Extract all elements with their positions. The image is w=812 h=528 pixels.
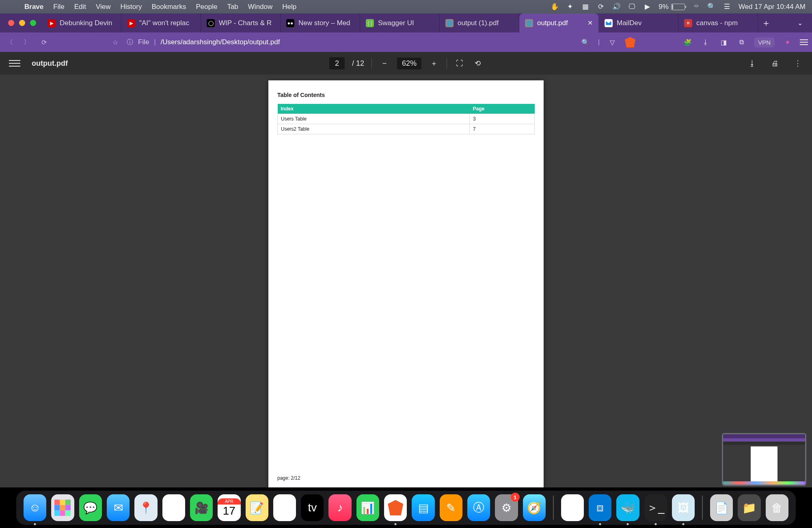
stage-manager-icon[interactable]: ▦ — [581, 3, 590, 11]
rotate-button[interactable]: ⟲ — [472, 58, 483, 69]
menu-window[interactable]: Window — [248, 3, 272, 11]
dock-launchpad[interactable] — [51, 494, 74, 521]
dock-preview[interactable]: 🖼 — [672, 494, 695, 521]
dock-terminal[interactable]: ＞_ — [644, 494, 667, 521]
svg-rect-0 — [54, 500, 60, 505]
now-playing-icon[interactable]: ▶ — [643, 3, 651, 11]
battery-status[interactable]: 9% — [659, 3, 685, 11]
pdf-viewport[interactable]: Table of Contents Index Page Users Table… — [0, 75, 812, 487]
menu-edit[interactable]: Edit — [74, 3, 86, 11]
control-center-icon[interactable]: ☰ — [723, 3, 731, 11]
dock-freeform[interactable]: 〰 — [273, 494, 296, 521]
address-bar[interactable]: ⓘ File | /Users/adarshsingh/Desktop/outp… — [127, 38, 280, 47]
close-tab-button[interactable]: ✕ — [587, 19, 593, 27]
profile-icon[interactable]: ✶ — [782, 37, 793, 47]
dock-calendar[interactable]: APR 17 — [218, 494, 240, 521]
dock-maps[interactable]: 📍 — [134, 494, 157, 521]
sidepanel-icon[interactable]: ◨ — [718, 37, 729, 47]
tab-wip-charts[interactable]: ◯ WIP - Charts & R — [201, 13, 281, 32]
dock-tv[interactable]: tv — [301, 494, 324, 521]
tab-label: output (1).pdf — [458, 19, 499, 27]
close-window-button[interactable] — [8, 20, 14, 26]
zoom-level[interactable]: 62% — [397, 58, 421, 69]
bookmark-button[interactable]: ☆ — [110, 37, 121, 48]
toc-cell-page: 3 — [470, 114, 535, 124]
dock-mail[interactable]: ✉ — [107, 494, 130, 521]
dock-photos[interactable]: ✿ — [162, 494, 185, 521]
tab-canvas-npm[interactable]: n canvas - npm — [678, 13, 758, 32]
apple-logo-icon[interactable] — [6, 3, 15, 11]
minimize-window-button[interactable] — [19, 20, 25, 26]
extensions-icon[interactable]: 🧩 — [682, 37, 693, 47]
site-info-icon[interactable]: ⓘ — [127, 38, 133, 47]
menu-history[interactable]: History — [121, 3, 142, 11]
back-button[interactable]: 〈 — [4, 37, 15, 48]
dock-appstore[interactable]: Ⓐ — [467, 494, 490, 521]
dock-messages[interactable]: 💬 — [79, 494, 102, 521]
download-button[interactable]: ⭳ — [747, 58, 758, 69]
spotlight-icon[interactable]: 🔍 — [708, 3, 716, 11]
page-footer: page: 2/12 — [277, 475, 300, 481]
dock-folder[interactable]: 📁 — [738, 494, 760, 521]
dock-brave[interactable] — [384, 494, 407, 521]
dock-keynote[interactable]: ▤ — [412, 494, 434, 521]
fit-page-button[interactable]: ⛶ — [454, 58, 465, 69]
dock-settings[interactable]: ⚙1 — [495, 494, 518, 521]
tab-maildev[interactable]: MailDev — [599, 13, 678, 32]
dock-safari[interactable]: 🧭 — [523, 494, 546, 521]
zoom-in-button[interactable]: ＋ — [429, 58, 439, 69]
tab-output-1-pdf[interactable]: 🌐 output (1).pdf — [440, 13, 519, 32]
display-icon[interactable]: 🖵 — [628, 3, 636, 11]
downloads-icon[interactable]: ⭳ — [700, 37, 711, 47]
dock-numbers[interactable]: 📊 — [356, 494, 379, 521]
dock-vscode[interactable]: ⧈ — [589, 494, 611, 521]
vpn-button[interactable]: VPN — [754, 37, 775, 47]
volume-icon[interactable]: 🔊 — [612, 3, 620, 11]
page-number-input[interactable]: 2 — [329, 57, 345, 69]
menu-people[interactable]: People — [196, 3, 217, 11]
main-menu-button[interactable] — [800, 39, 808, 45]
reload-button[interactable]: ⟳ — [38, 37, 50, 48]
dock-pages[interactable]: ✎ — [440, 494, 462, 521]
zoom-out-button[interactable]: − — [379, 58, 390, 69]
hand-icon[interactable]: ✋ — [551, 3, 559, 11]
tab-debunking-devin[interactable]: ▶ Debunking Devin — [42, 13, 121, 32]
dock-copilot[interactable]: ✦ — [561, 494, 584, 521]
app-name[interactable]: Brave — [24, 3, 43, 11]
new-tab-button[interactable]: ＋ — [758, 13, 774, 32]
print-button[interactable]: 🖨 — [770, 58, 780, 69]
tab-new-story-medium[interactable]: ●● New story – Med — [281, 13, 360, 32]
dock-doc-stack[interactable]: 📄 — [710, 494, 733, 521]
more-actions-button[interactable]: ⋮ — [793, 58, 803, 69]
menu-view[interactable]: View — [96, 3, 111, 11]
pip-preview[interactable] — [722, 433, 806, 486]
tab-swagger-ui[interactable]: { } Swagger UI — [360, 13, 440, 32]
wallet-icon[interactable]: ⧉ — [736, 37, 747, 47]
menu-help[interactable]: Help — [282, 3, 296, 11]
rewards-icon[interactable]: ▽ — [607, 37, 618, 47]
copilot-icon[interactable]: ✦ — [566, 3, 574, 11]
dock-separator — [702, 496, 703, 520]
zoom-indicator-icon[interactable]: 🔍 — [580, 37, 591, 47]
tab-output-pdf[interactable]: 🌐 output.pdf ✕ — [519, 13, 599, 32]
dock-trash[interactable]: 🗑 — [766, 494, 788, 521]
tab-ai-wont-replace[interactable]: ▶ "AI" won't replac — [121, 13, 201, 32]
sync-icon[interactable]: ⟳ — [597, 3, 605, 11]
pdf-sidebar-toggle[interactable] — [9, 60, 20, 67]
doc-heading: Table of Contents — [277, 92, 535, 98]
menubar-clock[interactable]: Wed 17 Apr 10:44 AM — [739, 3, 806, 11]
dock-notes[interactable]: 📝 — [246, 494, 268, 521]
dock-facetime[interactable]: 🎥 — [190, 494, 213, 521]
menu-tab[interactable]: Tab — [227, 3, 238, 11]
dock-music[interactable]: ♪ — [328, 494, 351, 521]
tab-overflow-button[interactable]: ⌄ — [792, 13, 808, 32]
zoom-window-button[interactable] — [30, 20, 36, 26]
forward-button[interactable]: 〉 — [21, 37, 32, 48]
menu-file[interactable]: File — [53, 3, 64, 11]
brave-shields-icon[interactable] — [625, 37, 635, 47]
battery-percent: 9% — [659, 3, 669, 11]
wifi-icon[interactable]: ⌔ — [692, 3, 700, 11]
dock-docker[interactable]: 🐳 — [616, 494, 639, 521]
dock-finder[interactable]: ☺ — [24, 494, 46, 521]
menu-bookmarks[interactable]: Bookmarks — [151, 3, 186, 11]
